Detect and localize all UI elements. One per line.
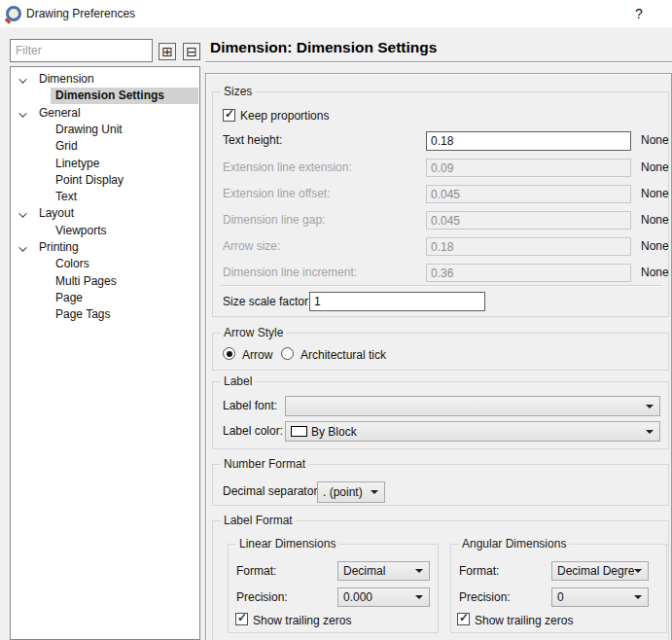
text-height-label: Text height: <box>223 133 282 147</box>
arrow-size-label: Arrow size: <box>223 239 280 253</box>
sizes-separator <box>221 285 662 286</box>
tree-item-multi-pages[interactable]: Multi Pages <box>12 273 198 290</box>
tree-item-colors[interactable]: Colors <box>12 256 198 272</box>
extension-line-extension-input <box>426 159 631 177</box>
window-title: Drawing Preferences <box>26 7 135 20</box>
dimension-line-increment-input <box>426 264 631 282</box>
arrow-style-group-label: Arrow Style <box>221 326 286 339</box>
tree-item-dimension[interactable]: Dimension <box>12 71 198 88</box>
arrow-style-group: Arrow Style Arrow Architectural tick <box>212 333 669 371</box>
linear-dimensions-group-label: Linear Dimensions <box>236 537 338 551</box>
angular-dimensions-group: Angular Dimensions Format: Decimal Degre… <box>450 544 667 633</box>
help-button[interactable]: ? <box>630 5 648 22</box>
angular-trailing-zeros-label[interactable]: Show trailing zeros <box>475 614 573 627</box>
check-icon: ✓ <box>225 107 234 121</box>
chevron-down-icon[interactable] <box>19 110 26 117</box>
dropdown-arrow-icon <box>634 595 642 599</box>
number-format-group: Number Format Decimal separator: . (poin… <box>212 464 669 506</box>
arrow-size-input <box>426 237 631 256</box>
extension-line-offset-none: None <box>641 187 669 200</box>
chevron-down-icon[interactable] <box>19 244 26 251</box>
keep-proportions-checkbox[interactable]: ✓ <box>223 109 235 122</box>
dimension-line-gap-none: None <box>641 213 669 227</box>
dropdown-arrow-icon <box>634 569 642 573</box>
tree-item-layout[interactable]: Layout <box>12 205 198 222</box>
size-scale-factor-input[interactable] <box>309 292 485 311</box>
label-group: Label Label font: Label color: By Block <box>212 381 669 449</box>
tree-item-drawing-unit[interactable]: Drawing Unit <box>12 122 198 138</box>
angular-precision-value: 0 <box>557 590 564 604</box>
label-font-label: Label font: <box>223 399 277 412</box>
sizes-group-label: Sizes <box>221 85 255 98</box>
label-color-value: By Block <box>311 425 357 439</box>
angular-format-value: Decimal Degrees <box>557 564 634 578</box>
angular-precision-dropdown[interactable]: 0 <box>551 587 649 607</box>
text-height-input[interactable] <box>426 131 631 151</box>
extension-line-extension-label: Extension line extension: <box>223 160 352 174</box>
extension-line-offset-label: Extension line offset: <box>223 187 331 200</box>
angular-format-label: Format: <box>459 564 499 578</box>
sizes-group: Sizes ✓ Keep proportions Text height: No… <box>212 91 669 317</box>
label-color-dropdown[interactable]: By Block <box>285 421 660 442</box>
linear-trailing-zeros-checkbox[interactable]: ✓ <box>235 613 248 625</box>
angular-trailing-zeros-checkbox[interactable]: ✓ <box>457 613 470 625</box>
tree-item-general[interactable]: General <box>12 105 198 122</box>
text-height-none: None <box>641 133 669 147</box>
collapse-all-icon: ⊟ <box>186 44 197 59</box>
dimension-line-increment-none: None <box>641 266 669 279</box>
linear-format-label: Format: <box>236 564 276 578</box>
chevron-down-icon[interactable] <box>19 210 26 217</box>
chevron-down-icon[interactable] <box>19 76 26 83</box>
dimension-line-gap-input <box>426 211 631 230</box>
linear-format-value: Decimal <box>343 564 385 578</box>
tree-item-dimension-settings[interactable]: Dimension Settings <box>12 88 198 104</box>
tree-item-linetype[interactable]: Linetype <box>12 156 198 172</box>
architectural-tick-radio-label[interactable]: Architectural tick <box>301 348 386 362</box>
tree-item-grid[interactable]: Grid <box>12 138 198 155</box>
number-format-group-label: Number Format <box>221 457 308 471</box>
tree-item-point-display[interactable]: Point Display <box>12 172 198 189</box>
tree-item-text[interactable]: Text <box>12 189 198 205</box>
dropdown-arrow-icon <box>415 569 423 573</box>
label-format-group: Label Format Linear Dimensions Format: D… <box>212 520 669 640</box>
linear-trailing-zeros-label[interactable]: Show trailing zeros <box>253 614 351 627</box>
arrow-radio[interactable] <box>223 347 235 360</box>
label-group-label: Label <box>221 374 255 388</box>
decimal-separator-label: Decimal separator: <box>223 484 321 498</box>
tree-item-printing[interactable]: Printing <box>12 239 198 256</box>
extension-line-extension-none: None <box>641 160 669 174</box>
heading-separator <box>205 61 672 62</box>
linear-precision-label: Precision: <box>236 590 288 604</box>
angular-dimensions-group-label: Angular Dimensions <box>459 537 569 551</box>
check-icon: ✓ <box>237 611 247 624</box>
dropdown-arrow-icon <box>646 405 654 409</box>
linear-precision-dropdown[interactable]: 0.000 <box>337 587 430 607</box>
linear-precision-value: 0.000 <box>343 590 372 604</box>
keep-proportions-label[interactable]: Keep proportions <box>240 109 329 123</box>
decimal-separator-value: . (point) <box>323 485 363 499</box>
angular-format-dropdown[interactable]: Decimal Degrees <box>551 561 649 581</box>
label-font-dropdown[interactable] <box>285 396 660 416</box>
label-color-label: Label color: <box>223 424 283 438</box>
dropdown-arrow-icon <box>415 595 423 599</box>
tree-item-page-tags[interactable]: Page Tags <box>12 306 198 323</box>
page-title: Dimension: Dimension Settings <box>210 39 437 56</box>
dropdown-arrow-icon <box>646 430 654 434</box>
linear-dimensions-group: Linear Dimensions Format: Decimal Precis… <box>228 544 439 633</box>
angular-precision-label: Precision: <box>459 590 511 604</box>
collapse-all-button[interactable]: ⊟ <box>183 43 200 60</box>
dimension-line-increment-label: Dimension line increment: <box>223 266 357 279</box>
filter-input[interactable] <box>10 39 153 62</box>
label-format-group-label: Label Format <box>221 514 296 527</box>
check-icon: ✓ <box>459 611 469 624</box>
decimal-separator-dropdown[interactable]: . (point) <box>317 481 385 503</box>
tree-item-viewports[interactable]: Viewports <box>12 223 198 239</box>
arrow-radio-label[interactable]: Arrow <box>242 348 272 362</box>
expand-all-icon: ⊞ <box>161 44 173 59</box>
architectural-tick-radio[interactable] <box>281 347 294 360</box>
expand-all-button[interactable]: ⊞ <box>159 43 176 60</box>
app-logo-icon <box>6 6 21 21</box>
tree-item-page[interactable]: Page <box>12 290 198 306</box>
linear-format-dropdown[interactable]: Decimal <box>337 561 430 581</box>
dimension-line-gap-label: Dimension line gap: <box>223 213 325 227</box>
